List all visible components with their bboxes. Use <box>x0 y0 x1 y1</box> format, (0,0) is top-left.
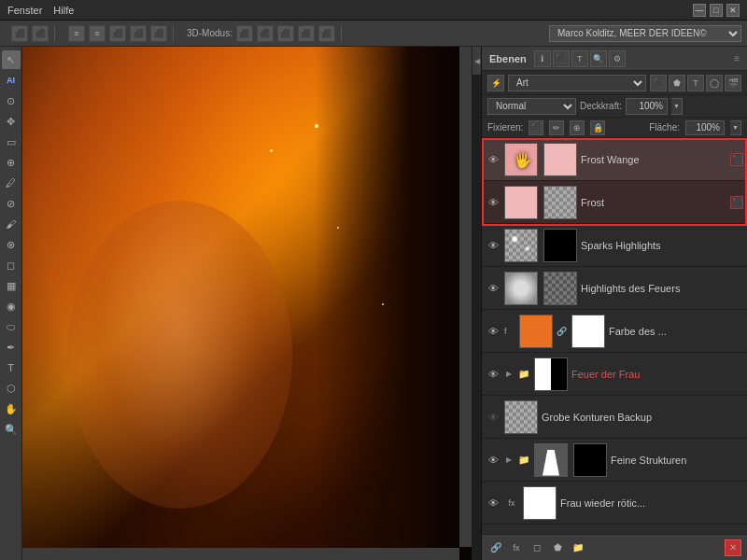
filter-smart[interactable]: 🎬 <box>725 75 741 91</box>
tool-3d[interactable]: ⬡ <box>2 379 21 398</box>
filter-shape[interactable]: ◯ <box>706 75 723 91</box>
layer-delete-frost-wange[interactable]: ⬛ <box>730 153 743 166</box>
opacity-input[interactable] <box>626 98 668 115</box>
layer-visibility-feuer[interactable]: 👁 <box>486 367 500 382</box>
tool-icon-3[interactable]: ≡ <box>68 25 85 42</box>
panel-menu-button[interactable]: ≡ <box>734 53 740 63</box>
tool-dodge[interactable]: ⬭ <box>2 317 21 336</box>
layer-visibility-frost[interactable]: 👁 <box>486 195 500 210</box>
tool-move[interactable]: ✥ <box>2 112 21 131</box>
layer-item[interactable]: 👁 fx Frau wieder rötic... <box>482 482 747 525</box>
mode-icon-5[interactable]: ⬛ <box>318 25 335 42</box>
bottom-adjust-icon[interactable]: ⬟ <box>549 539 566 556</box>
blend-mode-dropdown[interactable]: Normal <box>487 98 576 115</box>
tool-clone[interactable]: ⊗ <box>2 235 21 254</box>
layer-item[interactable]: 👁 ▶ 📁 Feuer der Frau <box>482 353 747 396</box>
layer-visibility-farbe[interactable]: 👁 <box>486 324 500 339</box>
maximize-button[interactable]: □ <box>710 4 723 17</box>
lock-position[interactable]: ✏ <box>549 120 564 135</box>
filter-text[interactable]: T <box>687 75 704 91</box>
canvas-scrollbar-horizontal[interactable] <box>22 548 459 560</box>
bottom-mask-icon[interactable]: ◻ <box>529 539 545 556</box>
layer-name-highlights: Highlights des Feuers <box>581 283 743 294</box>
tool-pen[interactable]: ✒ <box>2 338 21 357</box>
tool-icon-1[interactable]: ⬛ <box>11 25 28 42</box>
tool-icon-2[interactable]: ⬛ <box>32 25 49 42</box>
layer-item[interactable]: 👁 🖐 Frost Wange ⬛ <box>482 138 747 181</box>
panel-icon-thumbnail[interactable]: ⬛ <box>553 50 570 67</box>
tool-zoom[interactable]: 🔍 <box>2 420 21 439</box>
layer-visibility-frau[interactable]: 👁 <box>486 496 500 511</box>
canvas-scrollbar-vertical[interactable] <box>459 47 472 547</box>
spark-2 <box>337 227 339 229</box>
mode-icon-2[interactable]: ⬛ <box>257 25 274 42</box>
layer-visibility-highlights[interactable]: 👁 <box>486 281 500 296</box>
layer-thumb-farbe <box>519 315 553 348</box>
layer-thumb-feuer <box>534 357 568 391</box>
layer-visibility-frost-wange[interactable]: 👁 <box>486 152 500 167</box>
filter-toggle[interactable]: ⚡ <box>487 75 504 91</box>
bottom-fx-icon[interactable]: fx <box>508 539 525 556</box>
tool-select[interactable]: ↖ <box>2 50 21 69</box>
layer-item[interactable]: 👁 Frost ⬛ <box>482 181 747 224</box>
fläche-input[interactable] <box>685 120 725 135</box>
layer-delete-frost[interactable]: ⬛ <box>730 196 743 209</box>
tool-icon-7[interactable]: ⬛ <box>150 25 167 42</box>
panel-icon-label[interactable]: T <box>571 50 588 67</box>
tool-icon-5[interactable]: ⬛ <box>109 25 126 42</box>
layer-item[interactable]: 👁 f 🔗 Farbe des ... <box>482 310 747 353</box>
menu-fenster[interactable]: Fenster <box>7 5 42 16</box>
opacity-arrow[interactable]: ▼ <box>671 98 683 115</box>
lock-pixels[interactable]: ⬛ <box>529 120 543 135</box>
minimize-button[interactable]: — <box>693 4 706 17</box>
panel-icon-search[interactable]: 🔍 <box>590 50 607 67</box>
panel-icon-info[interactable]: ℹ <box>534 50 551 67</box>
tool-brush[interactable]: 🖌 <box>2 215 21 233</box>
fläche-arrow[interactable]: ▼ <box>730 120 741 135</box>
layer-item[interactable]: 👁 Sparks Highlights <box>482 224 747 267</box>
tool-text[interactable]: T <box>2 358 21 377</box>
tool-eraser[interactable]: ◻ <box>2 256 21 274</box>
layer-expand-feuer[interactable]: ▶ <box>504 370 514 378</box>
layer-item[interactable]: 👁 ▶ 📁 Feine Strukturen <box>482 439 747 482</box>
tool-blur[interactable]: ◉ <box>2 297 21 315</box>
layer-expand-feine[interactable]: ▶ <box>504 455 514 464</box>
tool-hand[interactable]: ✋ <box>2 399 21 418</box>
bottom-folder-icon[interactable]: 📁 <box>570 539 586 556</box>
layer-thumb-sparks <box>504 229 538 262</box>
tool-crop[interactable]: ⊕ <box>2 153 21 172</box>
canvas-area[interactable] <box>22 47 472 560</box>
fx-badge: f <box>504 327 515 336</box>
lock-all[interactable]: 🔒 <box>590 120 605 135</box>
tool-ai[interactable]: AI <box>2 71 21 90</box>
tool-eyedrop[interactable]: 🖊 <box>2 174 21 192</box>
lock-artboards[interactable]: ⊕ <box>570 120 585 135</box>
tool-heal[interactable]: ⊘ <box>2 194 21 213</box>
cursor-hand-icon: 🖐 <box>514 150 532 168</box>
layer-item[interactable]: 👁 Grobe Konturen Backup <box>482 396 747 439</box>
tool-icon-4[interactable]: ≡ <box>89 25 106 42</box>
mode-icon-4[interactable]: ⬛ <box>298 25 315 42</box>
mode-icon-3[interactable]: ⬛ <box>277 25 294 42</box>
layer-item[interactable]: 👁 Highlights des Feuers <box>482 267 747 310</box>
menu-hilfe[interactable]: Hilfe <box>53 5 74 16</box>
tool-shape[interactable]: ▭ <box>2 133 21 151</box>
tool-icon-6[interactable]: ⬛ <box>130 25 147 42</box>
layer-name-feuer: Feuer der Frau <box>571 369 743 380</box>
panel-icon-filter[interactable]: ⚙ <box>609 50 626 67</box>
bottom-link-icon[interactable]: 🔗 <box>487 539 504 556</box>
filter-adjust[interactable]: ⬟ <box>669 75 685 91</box>
tool-gradient[interactable]: ▦ <box>2 276 21 295</box>
eye-icon: 👁 <box>488 369 499 380</box>
bottom-delete-icon[interactable]: ✕ <box>725 539 741 556</box>
layer-visibility-sparks[interactable]: 👁 <box>486 238 500 253</box>
layer-visibility-feine[interactable]: 👁 <box>486 453 500 468</box>
tool-lasso[interactable]: ⊙ <box>2 91 21 110</box>
mode-icon-1[interactable]: ⬛ <box>236 25 253 42</box>
workspace-dropdown[interactable]: Marco Kolditz, MEER DER IDEEN© <box>549 25 741 42</box>
filter-type-dropdown[interactable]: Art <box>508 75 646 91</box>
filter-pixel[interactable]: ⬛ <box>650 75 667 91</box>
layer-visibility-grobe[interactable]: 👁 <box>486 410 500 425</box>
panel-collapse-button[interactable]: ◀ <box>472 47 481 75</box>
close-button[interactable]: ✕ <box>726 4 740 17</box>
